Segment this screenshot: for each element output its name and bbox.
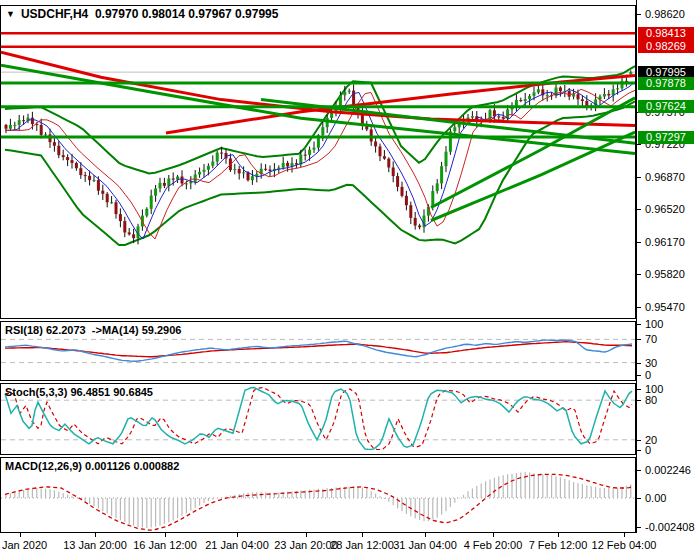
macd-panel[interactable]: MACD(12,26,9) 0.001126 0.000882: [0, 457, 636, 533]
time-tick-label: 12 Feb 04:00: [592, 539, 657, 551]
rsi-label: RSI(18) 62.2073 ->MA(14) 59.2906: [5, 324, 181, 336]
indicator-tick-label: 0.00: [645, 492, 666, 504]
price-tick-label: 0.95470: [645, 301, 685, 313]
indicator-tick-label: 100: [645, 318, 663, 330]
price-axis: 0.986200.975700.972200.968700.965200.961…: [636, 0, 700, 533]
price-tick-label: 0.96520: [645, 203, 685, 215]
time-tick-label: 21 Jan 04:00: [205, 539, 269, 551]
price-level-badge: 0.97624: [638, 100, 694, 113]
time-tick-mark: [95, 533, 96, 537]
indicator-tick-label: 70: [645, 333, 657, 345]
time-tick-label: 4 Feb 20:00: [464, 539, 523, 551]
time-tick-mark: [624, 533, 625, 537]
price-level-badge: 0.97878: [638, 77, 694, 90]
stochastic-label: Stoch(5,3,3) 96.4851 90.6845: [5, 386, 153, 398]
ohlc-values: 0.97970 0.98014 0.97967 0.97995: [95, 7, 279, 21]
price-level-badge: 0.98413: [638, 27, 694, 40]
time-tick-label: 9 Jan 2020: [0, 539, 47, 551]
indicator-tick-label: 100: [645, 383, 663, 395]
indicator-tick-mark: [637, 389, 641, 390]
stochastic-panel[interactable]: Stoch(5,3,3) 96.4851 90.6845: [0, 383, 636, 455]
indicator-tick-label: 0: [645, 444, 651, 456]
price-tick-mark: [637, 307, 641, 308]
time-tick-mark: [425, 533, 426, 537]
rsi-panel[interactable]: RSI(18) 62.2073 ->MA(14) 59.2906: [0, 321, 636, 381]
chart-title: ▼USDCHF,H4 0.97970 0.98014 0.97967 0.979…: [6, 7, 278, 21]
indicator-tick-mark: [637, 339, 641, 340]
price-tick-label: 0.95820: [645, 268, 685, 280]
price-tick-mark: [637, 14, 641, 15]
indicator-tick-mark: [637, 498, 641, 499]
time-tick-label: 13 Jan 20:00: [63, 539, 127, 551]
macd-label: MACD(12,26,9) 0.001126 0.000882: [5, 460, 179, 472]
indicator-tick-mark: [637, 450, 641, 451]
indicator-tick-label: 80: [645, 394, 657, 406]
price-tick-mark: [637, 209, 641, 210]
indicator-tick-label: 0: [645, 369, 651, 381]
price-tick-mark: [637, 274, 641, 275]
main-chart-panel[interactable]: [0, 5, 636, 319]
price-level-badge: 0.97297: [638, 131, 694, 144]
price-tick-mark: [637, 177, 641, 178]
price-tick-label: 0.96870: [645, 171, 685, 183]
price-tick-mark: [637, 242, 641, 243]
price-tick-label: 0.98620: [645, 8, 685, 20]
chart-window: { "window": { "symbol_period": "USDCHF,H…: [0, 0, 700, 560]
symbol-period-label: USDCHF,H4: [21, 7, 88, 21]
time-tick-label: 31 Jan 04:00: [393, 539, 457, 551]
time-tick-mark: [493, 533, 494, 537]
indicator-tick-label: -0.002408: [645, 521, 695, 533]
time-tick-mark: [362, 533, 363, 537]
indicator-tick-mark: [637, 470, 641, 471]
price-tick-mark: [637, 144, 641, 145]
price-level-badge: 0.98269: [638, 40, 694, 53]
time-tick-label: 23 Jan 20:00: [274, 539, 338, 551]
indicator-tick-mark: [637, 400, 641, 401]
time-tick-mark: [165, 533, 166, 537]
price-tick-label: 0.96170: [645, 236, 685, 248]
time-tick-mark: [237, 533, 238, 537]
indicator-tick-mark: [637, 375, 641, 376]
time-axis: 9 Jan 202013 Jan 20:0016 Jan 12:0021 Jan…: [0, 533, 700, 560]
indicator-tick-mark: [637, 527, 641, 528]
time-tick-mark: [20, 533, 21, 537]
time-tick-label: 16 Jan 12:00: [133, 539, 197, 551]
time-tick-mark: [558, 533, 559, 537]
indicator-tick-mark: [637, 440, 641, 441]
indicator-tick-mark: [637, 324, 641, 325]
time-tick-label: 28 Jan 12:00: [330, 539, 394, 551]
indicator-tick-label: 30: [645, 357, 657, 369]
time-tick-mark: [306, 533, 307, 537]
indicator-tick-mark: [637, 363, 641, 364]
triangle-down-icon[interactable]: ▼: [6, 9, 15, 19]
price-chart-canvas[interactable]: [1, 6, 635, 318]
time-tick-label: 7 Feb 12:00: [529, 539, 588, 551]
indicator-tick-label: 0.002246: [645, 464, 691, 476]
